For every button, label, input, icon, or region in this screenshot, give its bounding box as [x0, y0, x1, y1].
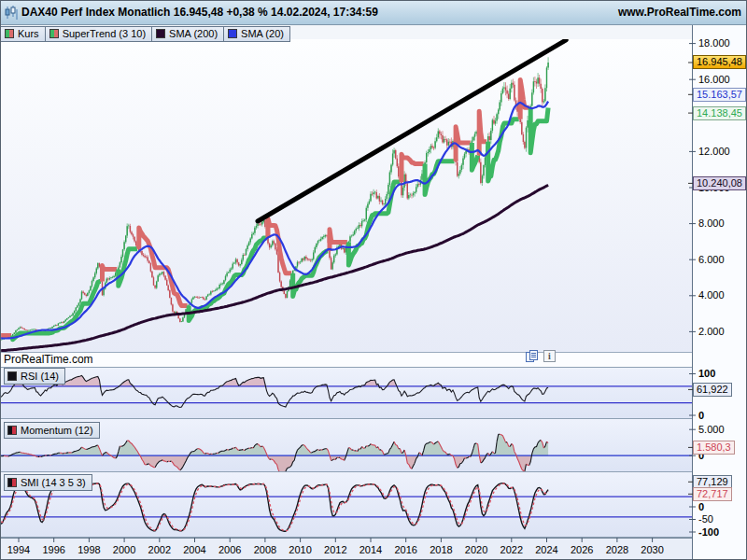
- rsi-swatch-icon: [7, 371, 17, 381]
- x-tick-label: 2014: [357, 544, 385, 555]
- legend-item-price[interactable]: Kurs: [0, 26, 46, 42]
- sma20-swatch-icon: [228, 29, 237, 38]
- x-tick-label: 2024: [533, 544, 561, 555]
- y-tick-label: 16.000: [698, 74, 730, 85]
- x-tick-label: 2012: [321, 544, 349, 555]
- legend-item-sma200[interactable]: SMA (200): [151, 26, 224, 42]
- value-box-sma200: 10.240,08: [693, 176, 746, 190]
- legend-item-label: Kurs: [18, 28, 39, 39]
- value-box-red: 72,717: [693, 487, 732, 501]
- supertrend-swatch-icon: [49, 29, 59, 38]
- overlay-legend-row: KursSuperTrend (3 10)SMA (200)SMA (20): [1, 25, 692, 39]
- x-tick-label: 2020: [462, 544, 490, 555]
- copy-chart-icon[interactable]: [526, 350, 541, 363]
- y-tick-label: -100: [698, 526, 719, 538]
- x-tick-label: 2006: [216, 544, 244, 555]
- x-tick-label: 2004: [181, 544, 209, 555]
- info-icon[interactable]: i: [543, 350, 556, 362]
- legend-item-label: SuperTrend (3 10): [63, 28, 146, 39]
- copy-page-front-icon: [529, 350, 538, 360]
- chart-canvas[interactable]: [1, 1, 747, 560]
- y-tick-label: 18.000: [698, 37, 730, 49]
- y-tick-label: 12.000: [698, 146, 730, 157]
- y-tick-label: 0: [698, 410, 704, 421]
- legend-item-label: SMA (20): [241, 28, 284, 39]
- y-tick-label: 6.000: [698, 254, 725, 265]
- title-bar: DAX40 Perf Index Monatlich 16.945,48 +0,…: [1, 1, 746, 25]
- x-tick-label: 2002: [146, 544, 174, 555]
- y-tick-label: 100: [698, 368, 715, 379]
- x-tick-label: 2030: [639, 544, 667, 555]
- y-tick-label: 5.000: [698, 424, 725, 435]
- value-box-red: 1.580,3: [693, 441, 735, 455]
- indicator-legend-label: Momentum (12): [21, 425, 93, 436]
- indicator-legend-label: SMI (14 3 5 3): [21, 477, 86, 488]
- value-box-last: 16.945,48: [693, 55, 746, 69]
- x-tick-label: 2000: [110, 544, 138, 555]
- x-tick-label: 2028: [603, 544, 631, 555]
- legend-item-label: SMA (200): [169, 28, 218, 39]
- price-swatch-icon: [5, 29, 14, 38]
- mom-swatch-icon: [7, 426, 17, 435]
- candlestick-chart-icon: [5, 6, 19, 20]
- x-tick-label: 2010: [287, 544, 315, 555]
- x-tick-label: 1996: [40, 544, 68, 555]
- y-tick-label: 0: [698, 501, 704, 512]
- legend-item-supertrend[interactable]: SuperTrend (3 10): [45, 26, 152, 42]
- x-tick-label: 1998: [75, 544, 103, 555]
- value-box-sma20: 15.163,57: [693, 88, 746, 102]
- x-tick-label: 2016: [392, 544, 420, 555]
- y-tick-label: 4.000: [698, 289, 725, 301]
- value-box-st: 14.138,45: [693, 106, 746, 120]
- prorealtime-chart-window: DAX40 Perf Index Monatlich 16.945,48 +0,…: [0, 0, 747, 560]
- indicator-legend-momentum[interactable]: Momentum (12): [4, 422, 100, 439]
- y-tick-label: -50: [698, 513, 713, 525]
- indicator-legend-smi[interactable]: SMI (14 3 5 3): [4, 474, 92, 491]
- x-tick-label: 2022: [498, 544, 526, 555]
- website-label: www.ProRealTime.com: [618, 6, 741, 19]
- indicator-legend-rsi[interactable]: RSI (14): [4, 368, 65, 385]
- y-tick-label: 8.000: [698, 217, 725, 229]
- page-title: DAX40 Perf Index Monatlich 16.945,48 +0,…: [21, 6, 378, 19]
- indicator-legend-label: RSI (14): [21, 371, 59, 382]
- legend-item-sma20[interactable]: SMA (20): [223, 26, 290, 42]
- value-box-dark: 61,922: [693, 383, 732, 397]
- x-tick-label: 2018: [427, 544, 455, 555]
- smi-swatch-icon: [7, 478, 17, 487]
- y-tick-label: 2.000: [698, 326, 725, 337]
- x-tick-label: 2026: [568, 544, 596, 555]
- watermark: ProRealTime.com: [4, 353, 93, 366]
- x-tick-label: 2008: [251, 544, 279, 555]
- x-tick-label: 1994: [5, 544, 33, 555]
- sma200-swatch-icon: [156, 29, 165, 38]
